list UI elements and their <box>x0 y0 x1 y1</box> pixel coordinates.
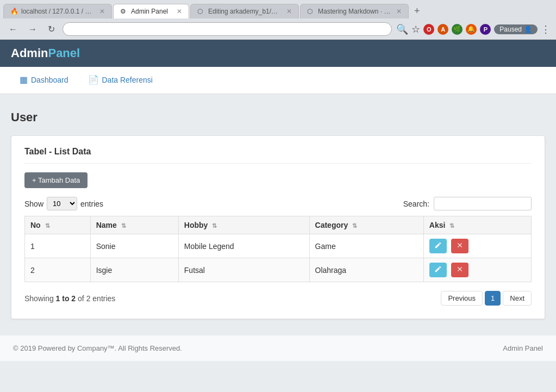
showing-text: Showing 1 to 2 of 2 entries <box>24 294 115 303</box>
tab-3[interactable]: ⬡ Editing arkademy_b1/READM... ✕ <box>190 4 299 18</box>
next-button[interactable]: Next <box>503 291 532 306</box>
sort-icon-name[interactable]: ⇅ <box>121 222 126 229</box>
search-label: Search: <box>403 200 429 208</box>
showing-suffix: of 2 entries <box>76 294 115 303</box>
nav-data-referensi-label: Data Referensi <box>102 76 153 84</box>
pause-label: Paused <box>499 26 522 33</box>
tab-3-favicon: ⬡ <box>197 8 205 15</box>
card: Tabel - List Data + Tambah Data Show 10 … <box>11 135 545 319</box>
cell-no: 2 <box>25 258 91 282</box>
col-aksi: Aksi ⇅ <box>423 216 531 234</box>
entries-select[interactable]: 10 25 50 100 <box>47 197 77 210</box>
current-page[interactable]: 1 <box>485 291 501 306</box>
adblock-icon[interactable]: A <box>438 24 448 35</box>
edit-icon <box>434 265 442 273</box>
entries-control: Show 10 25 50 100 entries <box>24 197 103 210</box>
nav-dashboard-label: Dashboard <box>31 76 68 84</box>
delete-icon <box>456 241 464 249</box>
browser-chrome: 🔥 localhost / 127.0.0.1 / db_ark... ✕ ⚙ … <box>0 0 556 40</box>
delete-icon <box>456 265 464 273</box>
cell-name: Sonie <box>90 234 178 258</box>
col-hobby: Hobby ⇅ <box>178 216 309 234</box>
tab-2-label: Admin Panel <box>131 8 171 15</box>
tab-2[interactable]: ⚙ Admin Panel ✕ <box>113 4 189 18</box>
table-row: 1 Sonie Mobile Legend Game <box>25 234 532 258</box>
nav-item-dashboard[interactable]: ▦ Dashboard <box>11 67 77 94</box>
edit-button-1[interactable] <box>429 239 447 253</box>
tab-4-favicon: ⬡ <box>307 8 315 15</box>
tab-1-close[interactable]: ✕ <box>99 8 105 15</box>
cell-category: Olahraga <box>309 258 423 282</box>
pause-button[interactable]: Paused 👤 <box>494 24 538 34</box>
table-controls: Show 10 25 50 100 entries Search: <box>24 197 532 210</box>
search-icon[interactable]: 🔍 <box>396 23 408 35</box>
new-tab-button[interactable]: + <box>410 3 424 19</box>
showing-prefix: Showing <box>24 294 56 303</box>
cell-hobby: Mobile Legend <box>178 234 309 258</box>
edit-icon <box>434 241 442 249</box>
delete-button-2[interactable] <box>451 263 468 277</box>
main-content: User Tabel - List Data + Tambah Data Sho… <box>0 94 556 335</box>
sort-icon-category[interactable]: ⇅ <box>352 222 357 229</box>
url-bar[interactable]: localhost/arkademy_b1/soal_7/index.php <box>63 22 392 36</box>
opera-icon[interactable]: O <box>423 24 434 35</box>
extension-icon-3[interactable]: P <box>480 24 491 35</box>
col-category: Category ⇅ <box>309 216 423 234</box>
pause-avatar: 👤 <box>524 26 532 33</box>
nav-item-data-referensi[interactable]: 📄 Data Referensi <box>79 67 161 94</box>
bookmark-icon[interactable]: ☆ <box>411 23 420 35</box>
sort-icon-no[interactable]: ⇅ <box>45 222 50 229</box>
previous-button[interactable]: Previous <box>441 291 483 306</box>
sort-icon-hobby[interactable]: ⇅ <box>212 222 217 229</box>
card-title: Tabel - List Data <box>24 147 532 164</box>
back-button[interactable]: ← <box>5 23 21 35</box>
cell-no: 1 <box>25 234 91 258</box>
browser-menu-button[interactable]: ⋮ <box>541 23 551 35</box>
table-header-row: No ⇅ Name ⇅ Hobby ⇅ Category ⇅ <box>25 216 532 234</box>
tab-3-close[interactable]: ✕ <box>286 8 292 15</box>
nav-bar: ▦ Dashboard 📄 Data Referensi <box>0 67 556 94</box>
extension-icon-1[interactable]: 🌿 <box>452 24 463 35</box>
cell-category: Game <box>309 234 423 258</box>
cell-hobby: Futsal <box>178 258 309 282</box>
extension-icon-2[interactable]: 🔔 <box>466 24 477 35</box>
sort-icon-aksi[interactable]: ⇅ <box>449 222 454 229</box>
delete-button-1[interactable] <box>451 239 468 253</box>
logo-panel-text: Panel <box>48 46 80 60</box>
search-input[interactable] <box>434 197 532 210</box>
edit-button-2[interactable] <box>429 263 447 277</box>
entries-label: entries <box>80 200 103 208</box>
tab-bar: 🔥 localhost / 127.0.0.1 / db_ark... ✕ ⚙ … <box>0 0 556 19</box>
showing-range: 1 to 2 <box>56 294 76 303</box>
tab-1[interactable]: 🔥 localhost / 127.0.0.1 / db_ark... ✕ <box>3 4 112 18</box>
app-footer: © 2019 Powered by Company™. All Rights R… <box>0 335 556 361</box>
cell-aksi <box>423 258 531 282</box>
tab-4[interactable]: ⬡ Mastering Markdown · GitHub... ✕ <box>300 4 409 18</box>
tab-1-label: localhost / 127.0.0.1 / db_ark... <box>21 8 94 15</box>
tab-2-favicon: ⚙ <box>120 8 128 15</box>
pagination: Previous 1 Next <box>441 291 532 306</box>
reload-button[interactable]: ↻ <box>45 23 58 35</box>
logo-admin-text: Admin <box>11 46 48 60</box>
footer-app-name: Admin Panel <box>503 344 543 352</box>
data-table: No ⇅ Name ⇅ Hobby ⇅ Category ⇅ <box>24 216 532 282</box>
col-no: No ⇅ <box>25 216 91 234</box>
tab-4-label: Mastering Markdown · GitHub... <box>318 8 391 15</box>
tab-2-close[interactable]: ✕ <box>177 8 182 15</box>
show-label: Show <box>24 200 43 208</box>
address-bar: ← → ↻ localhost/arkademy_b1/soal_7/index… <box>0 19 556 39</box>
app-logo: AdminPanel <box>11 46 80 60</box>
forward-button[interactable]: → <box>25 23 40 35</box>
add-data-button[interactable]: + Tambah Data <box>24 172 88 188</box>
app-header: AdminPanel <box>0 40 556 67</box>
cell-aksi <box>423 234 531 258</box>
data-referensi-icon: 📄 <box>88 74 99 85</box>
tab-4-close[interactable]: ✕ <box>396 8 402 15</box>
tab-1-favicon: 🔥 <box>10 8 18 15</box>
browser-icons: 🔍 ☆ O A 🌿 🔔 P Paused 👤 ⋮ <box>396 23 551 35</box>
search-control: Search: <box>403 197 532 210</box>
footer-copyright: © 2019 Powered by Company™. All Rights R… <box>13 344 182 352</box>
col-name: Name ⇅ <box>90 216 178 234</box>
tab-3-label: Editing arkademy_b1/READM... <box>208 8 281 15</box>
table-body: 1 Sonie Mobile Legend Game 2 Isgie Futs <box>25 234 532 282</box>
